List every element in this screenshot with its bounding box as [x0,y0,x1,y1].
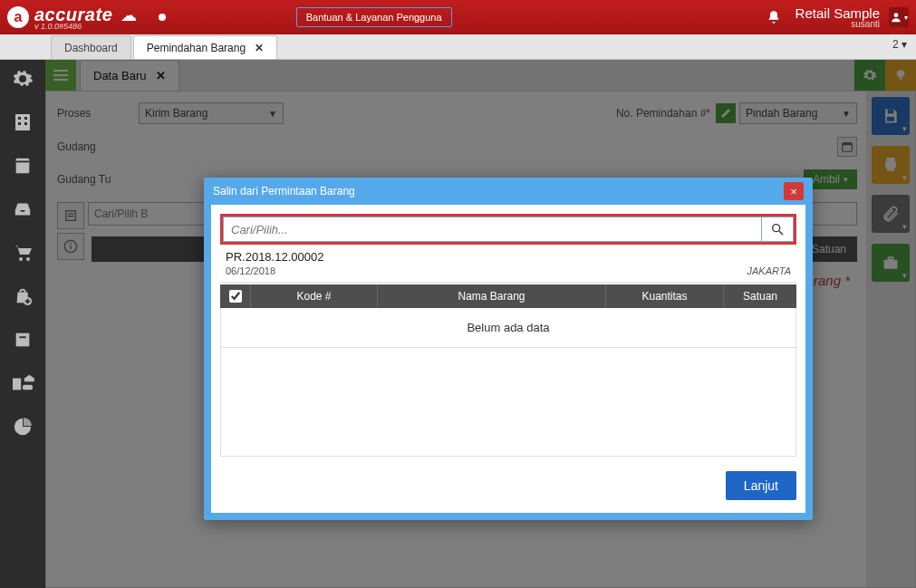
grid-header: Kode # Nama Barang Kuantitas Satuan [220,284,796,308]
col-kode[interactable]: Kode # [251,284,378,308]
sidebar [0,60,45,588]
search-icon[interactable] [761,217,794,242]
user-name: susanti [795,20,880,29]
svg-rect-10 [16,333,30,347]
svg-rect-11 [19,336,25,338]
book-icon[interactable] [9,152,36,179]
lanjut-button[interactable]: Lanjut [726,471,796,500]
modal-search-input[interactable] [223,217,761,242]
building-icon[interactable] [9,109,36,136]
tab-dashboard-label: Dashboard [64,42,118,54]
cloud-icon: ☁ [121,6,137,24]
help-button[interactable]: Bantuan & Layanan Pengguna [296,7,452,27]
status-dot-icon [159,14,166,21]
modal-title: Salin dari Permintaan Barang [213,185,355,198]
modal-search-wrap [220,214,796,245]
tab-close-icon[interactable]: ✕ [255,42,264,54]
company-name: Retail Sample [795,5,880,21]
svg-rect-4 [18,122,21,125]
col-kuantitas[interactable]: Kuantitas [606,284,724,308]
content-area: Data Baru ✕ Proses Kirim Barang ▼ No. Pe… [45,60,916,588]
tab-current-label: Pemindahan Barang [147,42,246,54]
col-satuan[interactable]: Satuan [724,284,796,308]
svg-rect-1 [15,114,30,130]
svg-rect-2 [18,117,21,120]
notification-icon[interactable] [767,10,781,24]
tab-pemindahan-barang[interactable]: Pemindahan Barang ✕ [133,35,277,59]
svg-rect-3 [24,117,27,120]
col-nama[interactable]: Nama Barang [378,284,606,308]
svg-rect-6 [16,161,30,163]
svg-point-29 [773,225,780,232]
modal-salin-permintaan: Salin dari Permintaan Barang × PR.2018.1… [204,178,813,520]
chart-pie-icon[interactable] [9,413,36,440]
logo-block: accurate ☁ v 1.0.0#5486 [34,5,137,31]
svg-line-30 [779,231,783,235]
inbox-icon[interactable] [9,196,36,223]
grid-empty-text: Belum ada data [220,308,796,348]
result-code: PR.2018.12.00002 [226,250,791,264]
svg-rect-13 [23,385,33,390]
tab-dashboard[interactable]: Dashboard [51,35,131,59]
search-result-item[interactable]: PR.2018.12.00002 06/12/2018 JAKARTA [220,245,796,283]
tab-row: Dashboard Pemindahan Barang ✕ 2 ▾ [0,34,916,60]
svg-point-8 [26,257,30,261]
result-location: JAKARTA [747,265,792,276]
svg-point-0 [894,13,899,17]
company-block[interactable]: Retail Sample susanti [795,6,880,29]
grid-body [220,348,796,457]
tab-count[interactable]: 2 ▾ [892,38,907,51]
modal-close-button[interactable]: × [784,182,804,200]
bag-plus-icon[interactable] [9,283,36,310]
result-date: 06/12/2018 [226,265,275,276]
logo-icon: a [7,6,29,28]
assets-icon[interactable] [9,370,36,397]
select-all-checkbox[interactable] [220,284,251,308]
svg-rect-5 [24,122,27,125]
archive-icon[interactable] [9,326,36,353]
svg-rect-12 [13,379,21,390]
svg-point-7 [19,257,23,261]
top-bar: a accurate ☁ v 1.0.0#5486 Bantuan & Laya… [0,0,916,34]
cart-icon[interactable] [9,239,36,266]
user-menu-icon[interactable]: ▾ [889,7,909,27]
gear-icon[interactable] [9,65,36,92]
